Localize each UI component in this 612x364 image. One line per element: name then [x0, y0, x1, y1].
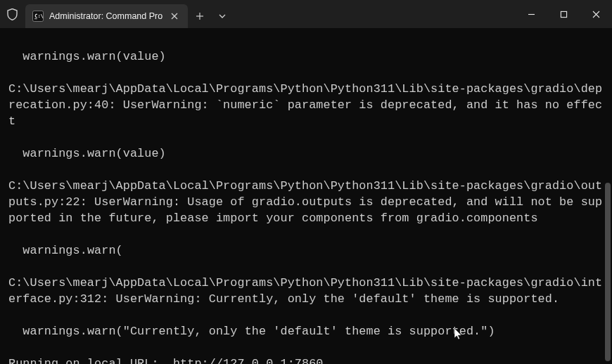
title-bar: C:\ Administrator: Command Pro	[0, 0, 612, 28]
vertical-scrollbar[interactable]	[605, 31, 611, 361]
terminal-line: warnings.warn(	[8, 242, 605, 259]
terminal-output[interactable]: warnings.warn(value) C:\Users\mearj\AppD…	[0, 28, 612, 364]
terminal-line: C:\Users\mearj\AppData\Local\Programs\Py…	[8, 81, 605, 129]
close-button[interactable]	[580, 0, 612, 28]
cmd-icon: C:\	[32, 11, 44, 22]
terminal-line: warnings.warn("Currently, only the 'defa…	[8, 323, 605, 339]
scrollbar-thumb[interactable]	[605, 183, 611, 361]
shield-icon	[0, 0, 24, 28]
tab-dropdown-button[interactable]	[212, 4, 233, 28]
tab-title: Administrator: Command Pro	[49, 11, 162, 21]
tab-active[interactable]: C:\ Administrator: Command Pro	[25, 4, 188, 28]
new-tab-button[interactable]	[188, 4, 212, 28]
terminal-line: C:\Users\mearj\AppData\Local\Programs\Py…	[8, 275, 605, 307]
minimize-button[interactable]	[515, 0, 547, 28]
tab-close-button[interactable]	[168, 10, 181, 22]
terminal-line: warnings.warn(value)	[8, 48, 605, 65]
svg-text:C:\: C:\	[34, 13, 44, 19]
window-controls	[515, 0, 612, 28]
terminal-line: warnings.warn(value)	[8, 145, 605, 162]
svg-rect-8	[561, 11, 566, 17]
titlebar-drag-area[interactable]	[233, 0, 515, 28]
terminal-line: Running on local URL: http://127.0.0.1:7…	[8, 356, 605, 364]
terminal-line: C:\Users\mearj\AppData\Local\Programs\Py…	[8, 178, 605, 226]
maximize-button[interactable]	[547, 0, 580, 28]
